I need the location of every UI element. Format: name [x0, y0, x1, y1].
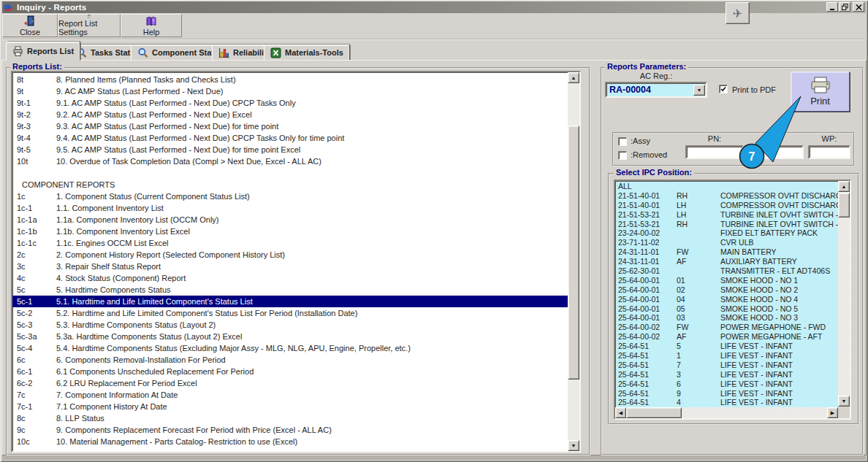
- report-row[interactable]: 9t-29.2. AC AMP Status (Last Performed -…: [12, 109, 568, 120]
- ipc-row[interactable]: 25-64-00-0102SMOKE HOOD - NO 2: [615, 285, 838, 295]
- ipc-code: 24-31-11-01: [618, 247, 659, 257]
- help-button[interactable]: Help: [121, 14, 182, 37]
- print-to-pdf-checkbox[interactable]: [719, 85, 728, 93]
- report-row[interactable]: 9t-39.3. AC AMP Status (Last Performed -…: [12, 120, 568, 132]
- report-row[interactable]: 1c1. Component Status (Current Component…: [12, 190, 568, 202]
- removed-checkbox[interactable]: [618, 151, 627, 160]
- report-row[interactable]: 5c5. Hardtime Components Status: [12, 284, 568, 296]
- scroll-down-button[interactable]: ▼: [838, 396, 850, 407]
- scroll-up-button[interactable]: ▲: [568, 72, 579, 83]
- report-row[interactable]: 6c-16.1 Components Unscheduled Replaceme…: [12, 366, 568, 377]
- ipc-row[interactable]: 25-64-00-0104SMOKE HOOD - NO 4: [615, 295, 838, 304]
- ipc-code: 23-71-11-02: [618, 238, 659, 247]
- ipc-row[interactable]: 21-51-40-01RHCOMPRESSOR OVHT DISCHARGI: [615, 191, 838, 201]
- report-row[interactable]: 1c-11.1. Component Inventory List: [12, 202, 568, 214]
- ipc-position: 3: [677, 370, 681, 380]
- report-row[interactable]: 10c10. Material Management - Parts Catal…: [12, 436, 568, 447]
- report-description: 9.5. AC AMP Status (Last Performed - Nex…: [56, 144, 300, 155]
- report-row[interactable]: 7c7. Component Information At Date: [12, 389, 568, 401]
- ipc-description: POWER MEGAPHONE - FWD: [720, 323, 826, 332]
- pn-field[interactable]: [685, 145, 744, 159]
- scroll-up-button[interactable]: ▲: [838, 181, 850, 192]
- ipc-row[interactable]: 24-31-11-01AFAUXILIARY BATTERY: [615, 257, 838, 266]
- report-row[interactable]: 1c-1b1.1b. Component Inventory List Exce…: [12, 226, 568, 237]
- report-row[interactable]: 9t-19.1. AC AMP Status (Last Performed -…: [12, 97, 568, 109]
- minimize-button[interactable]: [826, 2, 838, 12]
- ipc-row[interactable]: 24-31-11-01FWMAIN BATTERY: [615, 247, 838, 257]
- report-row[interactable]: 5c-35.3. Hardtime Components Status (Lay…: [12, 319, 568, 331]
- ipc-vscrollbar-thumb[interactable]: [838, 193, 850, 217]
- toolbar-button-label: Close: [20, 28, 40, 36]
- report-row[interactable]: 1c-1a1.1a. Component Inventory List (OCC…: [12, 214, 568, 226]
- ipc-row[interactable]: 25-64-513LIFE VEST - INFANT: [615, 370, 838, 380]
- ipc-row[interactable]: 23-24-00-02FIXED ELT BATTERY PACK: [615, 228, 838, 238]
- report-description: 8. Planned Items (Planned Tasks and Chec…: [56, 74, 236, 85]
- ipc-rows: ALL21-51-40-01RHCOMPRESSOR OVHT DISCHARG…: [615, 182, 838, 407]
- scrollbar-corner: [838, 407, 850, 418]
- scroll-down-button[interactable]: ▼: [568, 440, 579, 451]
- report-row[interactable]: 9t9. AC AMP Status (Last Performed - Nex…: [12, 85, 568, 97]
- ipc-row[interactable]: 25-64-516LIFE VEST - INFANT: [615, 380, 838, 389]
- ipc-row[interactable]: 23-71-11-02CVR ULB: [615, 238, 838, 247]
- report-row[interactable]: 5c-45.4. Hardtime Components Status (Exc…: [12, 342, 568, 354]
- report-row[interactable]: 8c8. LLP Status: [12, 412, 568, 424]
- ipc-row[interactable]: 25-64-00-02FWPOWER MEGAPHONE - FWD: [615, 323, 838, 332]
- ipc-code: 25-64-51: [618, 389, 649, 399]
- reports-scrollbar-thumb[interactable]: [568, 126, 579, 380]
- report-row[interactable]: 6c-26.2 LRU Replacement For Period Excel: [12, 377, 568, 389]
- ipc-code: 25-64-51: [618, 361, 649, 370]
- print-to-pdf-label: Print to PDF: [732, 85, 776, 94]
- report-row[interactable]: [12, 167, 568, 179]
- ipc-row[interactable]: 25-64-515LIFE VEST - INFANT: [615, 342, 838, 351]
- report-row[interactable]: 10t10. Overdue of Task Completion Data (…: [12, 155, 568, 167]
- ipc-row[interactable]: 25-64-00-0101SMOKE HOOD - NO 1: [615, 276, 838, 285]
- restore-button[interactable]: [839, 2, 850, 12]
- ipc-row[interactable]: 25-64-519LIFE VEST - INFANT: [615, 389, 838, 399]
- report-row[interactable]: 2c2. Component History Report (Selected …: [12, 249, 568, 261]
- ac-reg-combobox[interactable]: RA-00004 ▼: [605, 82, 707, 98]
- report-row[interactable]: 7c-17.1 Component History At Date: [12, 401, 568, 412]
- scroll-right-button[interactable]: ▶: [827, 407, 838, 418]
- print-button[interactable]: Print: [791, 72, 850, 112]
- ipc-row[interactable]: 25-64-00-0105SMOKE HOOD - NO 5: [615, 304, 838, 314]
- report-row[interactable]: 3c3. Repair Shelf Status Report: [12, 261, 568, 272]
- report-row[interactable]: 9c9. Components Replacement Forecast For…: [12, 424, 568, 436]
- ipc-position: FW: [677, 323, 688, 332]
- report-row[interactable]: 1c-1c1.1c. Engines OCCM List Excel: [12, 237, 568, 249]
- ipc-row[interactable]: 21-51-53-21LHTURBINE INLET OVHT SWITCH -…: [615, 210, 838, 220]
- ipc-row[interactable]: 25-64-514LIFE VEST - INFANT: [615, 398, 838, 407]
- report-row[interactable]: 5c-3a5.3a. Hardtime Components Status (L…: [12, 331, 568, 342]
- report-row[interactable]: 9t-59.5. AC AMP Status (Last Performed -…: [12, 144, 568, 155]
- report-row[interactable]: 5c-15.1. Hardtime and Life Limited Compo…: [12, 296, 568, 307]
- report-list-settings-button[interactable]: Report List Settings: [58, 14, 121, 37]
- ipc-row[interactable]: 25-64-511LIFE VEST - INFANT: [615, 351, 838, 361]
- report-description: 7. Component Information At Date: [56, 389, 178, 401]
- report-row[interactable]: 6c6. Components Removal-Installation For…: [12, 354, 568, 366]
- ipc-row[interactable]: 25-62-30-01TRANSMITTER - ELT ADT406S: [615, 266, 838, 276]
- report-description: 5. Hardtime Components Status: [56, 284, 171, 296]
- report-row[interactable]: 8t8. Planned Items (Planned Tasks and Ch…: [12, 74, 568, 85]
- report-row[interactable]: 4c4. Stock Status (Component) Report: [12, 272, 568, 284]
- chevron-down-icon[interactable]: ▼: [693, 85, 705, 96]
- report-description: 1.1a. Component Inventory List (OCCM Onl…: [56, 214, 219, 226]
- print-button-label: Print: [810, 96, 830, 107]
- assy-checkbox[interactable]: [618, 137, 627, 146]
- sn-field[interactable]: [745, 145, 804, 159]
- report-row[interactable]: 5c-25.2. Hardtime and Life Limited Compo…: [12, 307, 568, 319]
- tab-reports-list[interactable]: Reports List: [6, 42, 80, 61]
- wp-field[interactable]: [808, 145, 850, 159]
- scroll-left-button[interactable]: ◀: [615, 407, 626, 418]
- ipc-row[interactable]: 25-64-00-02AFPOWER MEGAPHONE - AFT: [615, 332, 838, 342]
- ipc-row[interactable]: 25-64-00-0103SMOKE HOOD - NO 3: [615, 313, 838, 323]
- report-row[interactable]: COMPONENT REPORTS: [12, 179, 568, 190]
- ipc-hscrollbar-thumb[interactable]: [626, 407, 682, 418]
- report-description: 1.1. Component Inventory List: [56, 202, 164, 214]
- tab-materials-tools[interactable]: Materials-Tools: [264, 45, 350, 61]
- ipc-row[interactable]: 25-64-517LIFE VEST - INFANT: [615, 361, 838, 370]
- close-window-button[interactable]: [853, 2, 864, 12]
- ipc-row[interactable]: ALL: [615, 182, 838, 191]
- close-button[interactable]: Close: [2, 14, 58, 37]
- ipc-row[interactable]: 21-51-53-21RHTURBINE INLET OVHT SWITCH -…: [615, 220, 838, 229]
- report-row[interactable]: 9t-49.4. AC AMP Status (Last Performed -…: [12, 132, 568, 144]
- ipc-row[interactable]: 21-51-40-01LHCOMPRESSOR OVHT DISCHARGI: [615, 201, 838, 210]
